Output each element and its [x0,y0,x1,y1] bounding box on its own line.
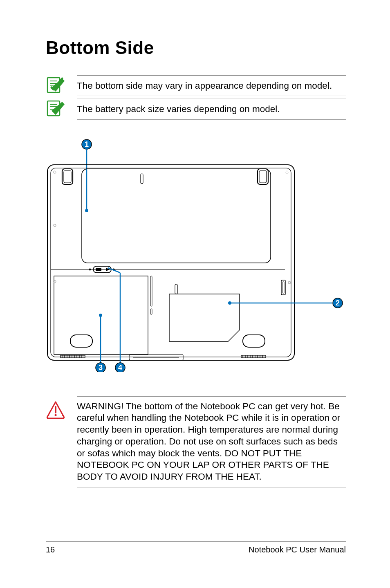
warning-icon [46,400,65,420]
svg-rect-31 [150,309,152,314]
svg-point-14 [286,171,288,173]
svg-rect-38 [61,355,85,358]
svg-rect-48 [241,355,266,358]
svg-rect-16 [64,171,71,183]
svg-line-32 [228,330,240,341]
note-text-wrap: The battery pack size varies depending o… [77,99,346,119]
note-row: The battery pack size varies depending o… [46,99,346,119]
svg-point-35 [288,281,291,284]
footer-title: Notebook PC User Manual [249,545,346,554]
svg-rect-33 [281,280,285,295]
warning-text-wrap: WARNING! The bottom of the Notebook PC c… [77,396,346,488]
note-text-wrap: The bottom side may vary in appearance d… [77,75,346,96]
page-number: 16 [46,545,55,554]
note-text: The bottom side may vary in appearance d… [77,80,346,92]
svg-rect-34 [282,282,284,293]
svg-rect-29 [150,276,152,306]
svg-point-10 [85,209,88,212]
footer: 16 Notebook PC User Manual [46,541,346,554]
svg-point-22 [54,224,56,227]
callout-1: 1 [85,140,89,148]
svg-rect-20 [141,174,143,184]
svg-rect-36 [70,335,92,347]
page: Bottom Side The bottom side may vary in … [0,0,390,588]
svg-point-23 [89,268,91,270]
note-icon [46,75,65,95]
svg-rect-11 [47,165,294,360]
svg-rect-25 [96,268,101,271]
page-title: Bottom Side [46,38,346,58]
svg-rect-19 [82,169,271,263]
svg-rect-30 [175,284,177,294]
callout-2: 2 [336,299,340,307]
diagram: 1 [46,139,346,373]
callout-4: 4 [118,364,122,372]
svg-rect-18 [259,171,267,183]
callout-3: 3 [99,364,103,372]
svg-rect-37 [243,335,265,347]
note-icon [46,99,65,118]
note-text: The battery pack size varies depending o… [77,103,346,115]
svg-point-69 [55,414,57,416]
warning-text: WARNING! The bottom of the Notebook PC c… [77,401,346,483]
warning-row: WARNING! The bottom of the Notebook PC c… [46,396,346,488]
note-row: The bottom side may vary in appearance d… [46,75,346,96]
svg-point-13 [54,171,56,173]
